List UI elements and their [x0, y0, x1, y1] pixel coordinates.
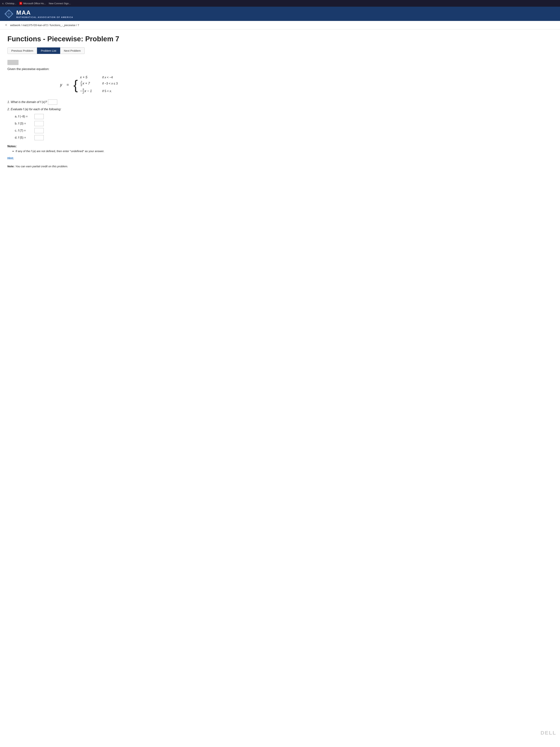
question-2-text: 2. Evaluate f (a) for each of the follow… [7, 108, 61, 111]
piecewise-case-2: 2 5 x + 7 if −3 < x ≤ 3 [80, 80, 118, 87]
case3-fraction-den: 2 [82, 91, 84, 94]
maa-logo [4, 9, 14, 18]
microsoft-label: Microsoft Office Ho... [23, 2, 46, 5]
breadcrumb-back-button[interactable]: < [4, 23, 9, 27]
sub-q-b: b. f (3) = [15, 121, 170, 126]
case3-expr: − 5 2 x − 1 [80, 88, 99, 95]
taskbar-new-connect[interactable]: New Connect Sign... [49, 2, 71, 5]
main-content: Functions - Piecewise: Problem 7 Previou… [0, 29, 178, 177]
page-title: Functions - Piecewise: Problem 7 [7, 35, 170, 43]
sub-q-d-label: d. f (5) = [15, 136, 33, 139]
christop-label: Christop... [5, 2, 16, 5]
sub-q-c-label: c. f (7) = [15, 129, 33, 132]
problem-box: Given the piecewise equation: y = { x + … [7, 60, 170, 172]
piecewise-cases: x + 5 if x < −4 2 5 x + 7 if −3 < [80, 75, 118, 94]
case2-fraction-num: 2 [80, 80, 82, 84]
piecewise-equation: y = { x + 5 if x < −4 [7, 75, 170, 94]
question-1-block: 1. What is the domain of f (x)? [7, 100, 170, 105]
equation-equals: = [66, 82, 69, 87]
previous-problem-button[interactable]: Previous Problem [7, 47, 37, 54]
question-1-line: 1. What is the domain of f (x)? [7, 100, 170, 105]
christop-favicon: e, [2, 2, 4, 5]
case2-fraction: 2 5 [80, 80, 82, 87]
case1-expr: x + 5 [80, 75, 99, 79]
case2-cond: if −3 < x ≤ 3 [102, 82, 118, 85]
taskbar-microsoft[interactable]: O Microsoft Office Ho... [19, 2, 46, 5]
microsoft-favicon: O [19, 2, 22, 5]
notes-section: Notes: If any of the f (a) are not defin… [7, 145, 170, 153]
piecewise-container: { x + 5 if x < −4 2 5 [73, 75, 118, 94]
score-box [7, 60, 19, 65]
next-problem-button[interactable]: Next Problem [60, 47, 85, 54]
partial-credit-note: Note: You can earn partial credit on thi… [7, 165, 170, 168]
sub-q-b-label: b. f (3) = [15, 122, 33, 125]
case2-fraction-den: 5 [80, 84, 82, 87]
sub-q-c: c. f (7) = [15, 128, 170, 133]
question-2-block: 2. Evaluate f (a) for each of the follow… [7, 108, 170, 140]
f-5-input[interactable] [34, 135, 44, 140]
f-7-input[interactable] [34, 128, 44, 133]
left-brace: { [73, 78, 78, 92]
case1-cond: if x < −4 [102, 76, 113, 79]
maa-subtitle: MATHEMATICAL ASSOCIATION OF AMERICA [16, 16, 73, 18]
maa-title: MAA [16, 9, 73, 16]
dell-watermark: DELL [540, 730, 556, 736]
equation-y-label: y [60, 82, 62, 87]
maa-title-block: MAA MATHEMATICAL ASSOCIATION OF AMERICA [16, 9, 73, 18]
notes-item-1: If any of the f (a) are not defined, the… [16, 150, 170, 153]
f-3-input[interactable] [34, 121, 44, 126]
notes-title: Notes: [7, 145, 170, 148]
problem-list-button[interactable]: Problem List [37, 47, 60, 54]
case3-cond: if 5 < x. [102, 89, 112, 93]
case3-fraction-num: 5 [82, 88, 84, 91]
piecewise-case-1: x + 5 if x < −4 [80, 75, 118, 79]
hint-link[interactable]: Hint: [7, 156, 170, 159]
piecewise-case-3: − 5 2 x − 1 if 5 < x. [80, 88, 118, 95]
case3-fraction: 5 2 [82, 88, 84, 95]
taskbar-christop[interactable]: e, Christop... [2, 2, 16, 5]
question-1-text: 1. What is the domain of f (x)? [7, 100, 47, 104]
question-2-line: 2. Evaluate f (a) for each of the follow… [7, 108, 170, 111]
problem-intro: Given the piecewise equation: [7, 67, 170, 71]
case2-expr: 2 5 x + 7 [80, 80, 99, 87]
new-connect-label: New Connect Sign... [49, 2, 71, 5]
browser-window: MAA MATHEMATICAL ASSOCIATION OF AMERICA … [0, 7, 560, 747]
f-neg8-input[interactable] [34, 114, 44, 119]
nav-buttons: Previous Problem Problem List Next Probl… [7, 47, 170, 54]
sub-q-d: d. f (5) = [15, 135, 170, 140]
sub-q-a-label: a. f (−8) = [15, 115, 33, 118]
top-taskbar: e, Christop... O Microsoft Office Ho... … [0, 0, 560, 7]
sub-q-a: a. f (−8) = [15, 114, 170, 119]
breadcrumb-bar: < webwork / mat1375-f20-kan-ol72 / funct… [0, 21, 560, 29]
breadcrumb-path: webwork / mat1375-f20-kan-ol72 / functio… [10, 24, 79, 27]
domain-input[interactable] [48, 100, 57, 105]
maa-header: MAA MATHEMATICAL ASSOCIATION OF AMERICA [0, 7, 560, 21]
sub-questions: a. f (−8) = b. f (3) = c. f (7) = d. f (… [15, 114, 170, 140]
